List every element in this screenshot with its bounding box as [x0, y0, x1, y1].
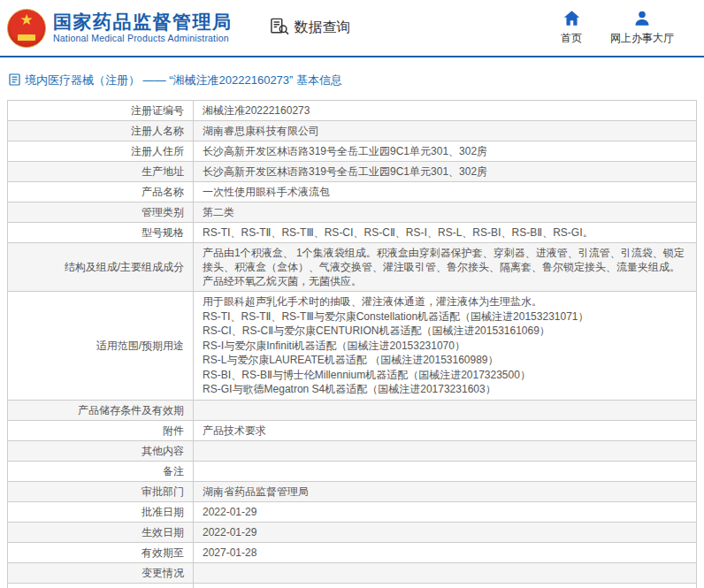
row-value: 湖南省药品监督管理局 [194, 481, 697, 501]
table-row: 产品名称一次性使用眼科手术液流包 [8, 182, 697, 202]
row-value: 用于眼科超声乳化手术时的抽吸、灌注液体通道，灌注液体为生理盐水。RS-TⅠ、RS… [194, 292, 697, 401]
table-row: 生产地址长沙高新开发区林语路319号全岳工业园9C1单元301、302房 [8, 162, 697, 182]
agency-name-en: National Medical Products Administration [53, 33, 233, 44]
table-row: 审批部门湖南省药品监督管理局 [8, 481, 697, 501]
site-header: ★ 国家药品监督管理局 National Medical Products Ad… [0, 0, 704, 56]
data-query-label: 数据查询 [295, 19, 351, 37]
data-query-icon [270, 18, 289, 39]
document-icon [9, 73, 20, 88]
table-row: 备注 [8, 461, 697, 481]
table-row: 注册人名称湖南睿思康科技有限公司 [8, 121, 697, 141]
row-value: 产品技术要求 [194, 420, 697, 440]
row-label: 注册人住所 [8, 141, 194, 162]
info-table-body: 注册证编号湘械注准20222160273注册人名称湖南睿思康科技有限公司注册人住… [8, 101, 697, 588]
row-value: 详情 [194, 583, 697, 588]
home-icon [563, 11, 580, 28]
row-value [194, 400, 697, 420]
value-line: 用于眼科超声乳化手术时的抽吸、灌注液体通道，灌注液体为生理盐水。 [203, 294, 687, 309]
row-value: 产品由1个积液盒、 1个集液袋组成。积液盒由穿刺器保护套、穿刺器、进液管、引流管… [194, 243, 697, 292]
page-title: 境内医疗器械（注册） —— “湘械注准20222160273” 基本信息 [25, 73, 342, 88]
table-row: 注册证编号湘械注准20222160273 [8, 101, 697, 121]
value-line: RS-BⅠ、RS-BⅡ与博士伦Millennium机器适配（国械注进201732… [203, 368, 687, 383]
row-value: RS-TⅠ、RS-TⅡ、RS-TⅢ、RS-CⅠ、RS-CⅡ、RS-Ⅰ、RS-L、… [194, 223, 697, 243]
row-label: 批准日期 [8, 501, 194, 522]
brand[interactable]: ★ 国家药品监督管理局 National Medical Products Ad… [7, 9, 233, 48]
row-value: 2022-01-29 [194, 522, 697, 542]
table-row: 批准日期2022-01-29 [8, 501, 697, 522]
top-nav: 首页 网上办事大厅 [561, 11, 695, 46]
row-value: 第二类 [194, 202, 697, 223]
row-label: 变更情况 [8, 562, 194, 583]
row-label: 注 [8, 583, 194, 588]
table-row: 变更情况 [8, 562, 697, 583]
row-label: 结构及组成/主要组成成分 [8, 243, 194, 292]
value-line: RS-TⅠ、RS-TⅡ、RS-TⅢ与爱尔康Constellation机器适配（国… [203, 309, 687, 325]
row-value: 2022-01-29 [194, 501, 697, 522]
registration-info-table: 注册证编号湘械注准20222160273注册人名称湖南睿思康科技有限公司注册人住… [7, 100, 697, 588]
table-row: 附件产品技术要求 [8, 420, 697, 440]
table-row: 其他内容 [8, 440, 697, 461]
row-value: 湖南睿思康科技有限公司 [194, 121, 697, 141]
nav-online-service-hall[interactable]: 网上办事大厅 [610, 11, 674, 46]
table-row: 生效日期2022-01-29 [8, 522, 697, 542]
row-label: 管理类别 [8, 202, 194, 223]
row-label: 产品储存条件及有效期 [8, 400, 194, 420]
row-value [194, 461, 697, 481]
table-row: 型号规格RS-TⅠ、RS-TⅡ、RS-TⅢ、RS-CⅠ、RS-CⅡ、RS-Ⅰ、R… [8, 223, 697, 243]
table-row: 管理类别第二类 [8, 202, 697, 223]
row-label: 其他内容 [8, 440, 194, 461]
row-label: 产品名称 [8, 182, 194, 202]
breadcrumb: 境内医疗器械（注册） —— “湘械注准20222160273” 基本信息 [0, 57, 704, 98]
row-value [194, 440, 697, 461]
table-row: 有效期至2027-01-28 [8, 542, 697, 562]
row-label: 有效期至 [8, 542, 194, 562]
table-row: 注详情 [8, 583, 697, 588]
row-label: 注册人名称 [8, 121, 194, 141]
row-label: 备注 [8, 461, 194, 481]
agency-name-cn: 国家药品监督管理局 [53, 11, 233, 33]
data-query-heading: 数据查询 [270, 18, 351, 39]
row-label: 生产地址 [8, 162, 194, 182]
row-label: 审批部门 [8, 481, 194, 501]
row-value [194, 562, 697, 583]
user-icon [634, 11, 650, 28]
page: ★ 国家药品监督管理局 National Medical Products Ad… [0, 0, 704, 588]
row-label: 生效日期 [8, 522, 194, 542]
value-line: RS-CⅠ、RS-CⅡ与爱尔康CENTURION机器适配（国械注进2015316… [203, 324, 687, 339]
table-row: 产品储存条件及有效期 [8, 400, 697, 420]
national-emblem-logo: ★ [7, 9, 46, 48]
table-row: 适用范围/预期用途用于眼科超声乳化手术时的抽吸、灌注液体通道，灌注液体为生理盐水… [8, 292, 697, 401]
value-line: RS-L与爱尔康LAUREATE机器适配 （国械注进20153160989） [203, 353, 687, 368]
row-label: 附件 [8, 420, 194, 440]
nav-home-label: 首页 [561, 31, 582, 46]
nav-home[interactable]: 首页 [561, 11, 582, 46]
table-row: 结构及组成/主要组成成分产品由1个积液盒、 1个集液袋组成。积液盒由穿刺器保护套… [8, 243, 697, 292]
nav-online-service-hall-label: 网上办事大厅 [610, 31, 674, 46]
row-value: 一次性使用眼科手术液流包 [194, 182, 697, 202]
value-line: RS-GⅠ与歌德Megatron S4机器适配（国械注进20173231603） [203, 382, 687, 397]
row-label: 型号规格 [8, 223, 194, 243]
row-value: 长沙高新开发区林语路319号全岳工业园9C1单元301、302房 [194, 162, 697, 182]
row-value: 湘械注准20222160273 [194, 101, 697, 121]
value-line: RS-Ⅰ与爱尔康Infiniti机器适配（国械注进20153231070） [203, 339, 687, 354]
row-value: 长沙高新开发区林语路319号全岳工业园9C1单元301、302房 [194, 141, 697, 162]
row-value: 2027-01-28 [194, 542, 697, 562]
row-label: 注册证编号 [8, 101, 194, 121]
table-row: 注册人住所长沙高新开发区林语路319号全岳工业园9C1单元301、302房 [8, 141, 697, 162]
row-label: 适用范围/预期用途 [8, 292, 194, 401]
